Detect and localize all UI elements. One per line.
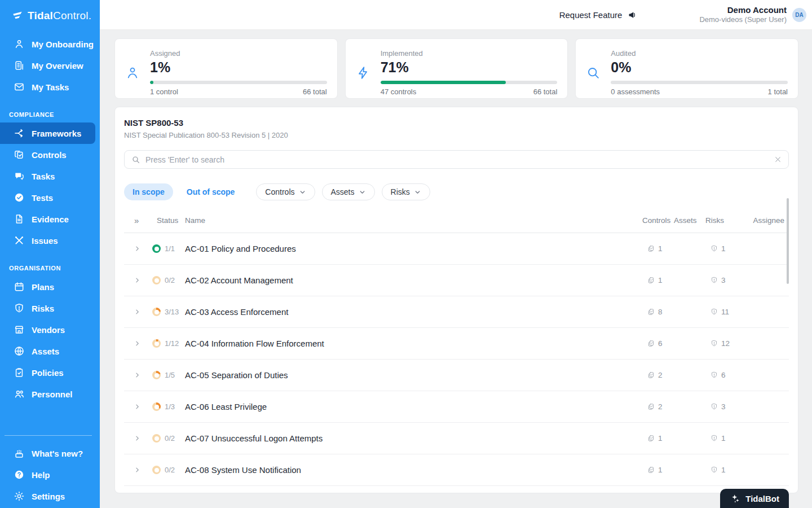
row-status: 0/2 bbox=[147, 276, 185, 284]
row-expand-chevron-icon[interactable] bbox=[124, 245, 147, 252]
chat-icon bbox=[14, 170, 25, 182]
sidebar-item-controls[interactable]: Controls bbox=[0, 144, 100, 165]
controls-table: » Status Name Controls Assets Risks Assi… bbox=[124, 208, 789, 493]
magnifier-icon bbox=[586, 65, 601, 80]
person-stat-icon bbox=[125, 65, 140, 80]
controls-count: 1 bbox=[642, 434, 674, 443]
sidebar-item-personnel[interactable]: Personnel bbox=[0, 383, 100, 405]
table-row[interactable]: 1/1 AC-01 Policy and Procedures 1 1 bbox=[124, 233, 789, 265]
table-row[interactable]: 1/12 AC-04 Information Flow Enforcement … bbox=[124, 328, 789, 360]
chevron-down-icon bbox=[359, 189, 366, 196]
row-expand-chevron-icon[interactable] bbox=[124, 435, 147, 442]
controls-count: 2 bbox=[642, 371, 674, 379]
sidebar-item-settings[interactable]: Settings bbox=[0, 485, 100, 507]
status-count: 3/13 bbox=[165, 308, 179, 316]
sidebar-item-policies[interactable]: Policies bbox=[0, 362, 100, 383]
sidebar-item-label: Plans bbox=[32, 282, 54, 292]
row-status: 0/2 bbox=[147, 434, 185, 443]
sidebar-item-issues[interactable]: Issues bbox=[0, 230, 100, 251]
status-ring bbox=[152, 466, 161, 474]
copy-check-icon bbox=[647, 339, 655, 348]
filter-in-scope[interactable]: In scope bbox=[124, 183, 173, 200]
sidebar-item-risks[interactable]: Risks bbox=[0, 297, 100, 319]
status-count: 0/2 bbox=[165, 276, 175, 284]
control-name: AC-04 Information Flow Enforcement bbox=[185, 339, 642, 348]
risks-count: 3 bbox=[705, 402, 742, 411]
sidebar-item-tasks[interactable]: Tasks bbox=[0, 165, 100, 187]
row-expand-chevron-icon[interactable] bbox=[124, 403, 147, 410]
row-expand-chevron-icon[interactable] bbox=[124, 371, 147, 379]
controls-icon bbox=[14, 149, 25, 160]
sidebar-item-help[interactable]: Help bbox=[0, 464, 100, 485]
sidebar-item-my-overview[interactable]: My Overview bbox=[0, 55, 100, 76]
search-input[interactable] bbox=[145, 155, 769, 164]
control-name: AC-03 Access Enforcement bbox=[185, 307, 642, 317]
status-count: 1/3 bbox=[165, 402, 175, 411]
sidebar-item-tests[interactable]: Tests bbox=[0, 187, 100, 208]
table-row[interactable]: 0/2 AC-02 Account Management 1 3 bbox=[124, 265, 789, 296]
account-name: Demo Account bbox=[699, 5, 787, 16]
row-expand-chevron-icon[interactable] bbox=[124, 340, 147, 347]
account-info[interactable]: Demo Account Demo-videos (Super User) bbox=[699, 5, 787, 25]
main-area: Request Feature Demo Account Demo-videos… bbox=[100, 0, 812, 508]
help-icon bbox=[14, 469, 25, 480]
row-expand-chevron-icon[interactable] bbox=[124, 466, 147, 474]
table-row[interactable]: 0/2 AC-08 System Use Notification 1 1 bbox=[124, 454, 789, 486]
sidebar-item-evidence[interactable]: Evidence bbox=[0, 208, 100, 230]
table-row[interactable]: 1/3 AC-06 Least Privilege 2 3 bbox=[124, 391, 789, 423]
sidebar-item-label: Assets bbox=[32, 347, 59, 356]
check-badge-icon bbox=[14, 192, 25, 203]
controls-count: 2 bbox=[642, 402, 674, 411]
scrollbar-thumb[interactable] bbox=[787, 198, 789, 284]
brand-logo[interactable]: TidalControl. bbox=[0, 0, 100, 22]
bolt-icon bbox=[356, 65, 370, 80]
request-feature-label: Request Feature bbox=[559, 10, 623, 20]
sidebar-item-plans[interactable]: Plans bbox=[0, 276, 100, 297]
filter-out-of-scope[interactable]: Out of scope bbox=[180, 183, 242, 200]
stat-card-audited: Audited 0% 0 assessments 1 total bbox=[575, 38, 798, 99]
shield-alert-icon bbox=[710, 371, 718, 379]
shield-alert-icon bbox=[710, 466, 718, 474]
row-expand-chevron-icon[interactable] bbox=[124, 308, 147, 316]
filter-dropdown-assets[interactable]: Assets bbox=[322, 183, 375, 200]
row-status: 1/3 bbox=[147, 402, 185, 411]
shield-alert-icon bbox=[710, 276, 718, 284]
copy-check-icon bbox=[647, 402, 655, 411]
filter-dropdown-controls[interactable]: Controls bbox=[256, 183, 315, 200]
sidebar-item-my-tasks[interactable]: My Tasks bbox=[0, 76, 100, 98]
stat-progress-bar bbox=[381, 81, 558, 84]
table-row[interactable]: 0/2 AC-07 Unsuccessful Logon Attempts 1 … bbox=[124, 423, 789, 454]
control-name: AC-06 Least Privilege bbox=[185, 402, 642, 411]
search-icon bbox=[131, 155, 140, 164]
controls-count: 1 bbox=[642, 276, 674, 284]
table-row[interactable]: 3/13 AC-03 Access Enforcement 8 11 bbox=[124, 296, 789, 328]
risks-count: 12 bbox=[705, 339, 742, 348]
row-status: 3/13 bbox=[147, 308, 185, 316]
copy-check-icon bbox=[647, 308, 655, 316]
sidebar-item-what-s-new[interactable]: What's new? bbox=[0, 443, 100, 464]
shield-icon bbox=[14, 303, 25, 314]
sidebar-item-label: Vendors bbox=[32, 325, 65, 335]
table-row[interactable]: 1/5 AC-05 Separation of Duties 2 6 bbox=[124, 360, 789, 391]
sidebar-item-my-onboarding[interactable]: My Onboarding bbox=[0, 33, 100, 55]
row-expand-chevron-icon[interactable] bbox=[124, 277, 147, 284]
row-status: 0/2 bbox=[147, 466, 185, 474]
stat-percent: 0% bbox=[611, 59, 788, 76]
sidebar-item-label: My Overview bbox=[32, 61, 83, 71]
sidebar-item-label: Help bbox=[32, 470, 50, 480]
sidebar-item-label: Issues bbox=[32, 236, 58, 246]
shield-alert-icon bbox=[710, 434, 718, 443]
table-row-partial[interactable] bbox=[124, 486, 789, 493]
tidalbot-button[interactable]: TidalBot bbox=[720, 489, 789, 508]
sidebar-item-frameworks[interactable]: Frameworks bbox=[0, 122, 95, 144]
stat-label: Assigned bbox=[150, 47, 327, 58]
sidebar-item-assets[interactable]: Assets bbox=[0, 340, 100, 362]
sidebar-item-label: My Onboarding bbox=[32, 40, 94, 49]
search-clear-icon[interactable] bbox=[774, 156, 782, 163]
filter-dropdown-risks[interactable]: Risks bbox=[382, 183, 430, 200]
avatar[interactable]: DA bbox=[792, 8, 806, 22]
expand-all-button[interactable]: » bbox=[124, 216, 147, 225]
table-header: » Status Name Controls Assets Risks Assi… bbox=[124, 208, 789, 233]
sidebar-item-vendors[interactable]: Vendors bbox=[0, 319, 100, 340]
request-feature-button[interactable]: Request Feature bbox=[559, 10, 639, 20]
